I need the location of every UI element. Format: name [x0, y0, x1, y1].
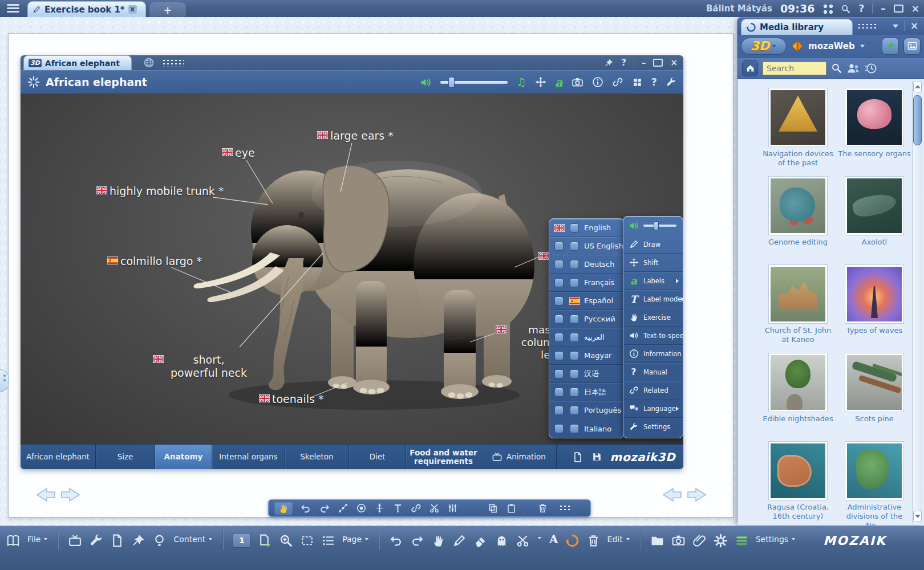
add-page-icon[interactable]: [258, 534, 272, 548]
content-menu[interactable]: Content: [173, 535, 213, 544]
checkbox[interactable]: [570, 223, 579, 233]
apps-grid-icon[interactable]: [822, 3, 833, 14]
view-mode-button[interactable]: [903, 38, 921, 55]
tab-skeleton[interactable]: Skeleton: [285, 445, 349, 469]
media-item[interactable]: Axolotl: [845, 176, 904, 247]
menu-item-manual[interactable]: ? Manual: [623, 363, 683, 381]
menu-item-language-chinese[interactable]: 汉语: [549, 365, 624, 383]
copy-icon[interactable]: [488, 503, 499, 514]
tools-icon[interactable]: [89, 534, 103, 548]
attachment-icon[interactable]: [692, 534, 707, 548]
close-panel-icon[interactable]: ×: [910, 21, 918, 31]
record-icon[interactable]: [356, 503, 367, 514]
checkbox[interactable]: [554, 351, 564, 360]
drag-grip-icon[interactable]: [857, 23, 878, 31]
pin-window-icon[interactable]: [604, 58, 614, 68]
layout-toggle-icon[interactable]: [735, 534, 749, 548]
point-path-icon[interactable]: [338, 503, 348, 514]
link-icon[interactable]: [411, 503, 422, 514]
menu-item-language-arabic[interactable]: العربية: [549, 328, 624, 347]
tab-anatomy[interactable]: Anatomy: [155, 445, 212, 469]
text-tool-icon[interactable]: A: [549, 532, 558, 546]
label-toenails[interactable]: toenails *: [259, 393, 323, 405]
menu-item-text-to-speech[interactable]: Text-to-speech: [623, 327, 683, 345]
checkbox[interactable]: [570, 333, 579, 342]
pin-panel-button[interactable]: [882, 38, 899, 55]
settings-wrench-icon[interactable]: [666, 77, 676, 88]
checkbox[interactable]: [554, 388, 564, 397]
checkbox[interactable]: [570, 406, 579, 415]
label-trunk[interactable]: highly mobile trunk *: [96, 185, 224, 197]
menu-item-draw[interactable]: Draw: [623, 235, 683, 254]
volume-slider[interactable]: [440, 81, 508, 84]
menu-item-exercise[interactable]: Exercise: [623, 308, 683, 327]
drag-grip-icon[interactable]: [559, 504, 570, 512]
trash-icon[interactable]: [537, 503, 548, 514]
label-neck[interactable]: short, powerful neck: [153, 353, 252, 380]
page-number-box[interactable]: 1: [233, 533, 251, 548]
checkbox[interactable]: [570, 424, 579, 433]
menu-item-language-japanese[interactable]: 日本語: [549, 383, 624, 401]
snip-icon[interactable]: [300, 534, 314, 548]
search-icon[interactable]: [841, 4, 850, 14]
source-dropdown-icon[interactable]: [860, 44, 865, 47]
close-tab-icon[interactable]: x: [128, 5, 137, 14]
pen-options-dropdown[interactable]: [537, 536, 542, 540]
adjust-levels-icon[interactable]: [447, 503, 458, 514]
paste-icon[interactable]: [506, 503, 517, 514]
community-icon[interactable]: [846, 62, 860, 75]
search-icon[interactable]: [831, 63, 842, 74]
menu-item-language-portugues[interactable]: Português: [549, 401, 624, 420]
checkbox[interactable]: [554, 369, 564, 378]
next-page-arrow[interactable]: [686, 486, 708, 503]
menu-item-language-russian[interactable]: Русский: [549, 310, 624, 328]
menu-item-label-mode[interactable]: T Label mode: [623, 290, 683, 308]
redo-icon[interactable]: [410, 534, 424, 548]
menu-item-language-espanol[interactable]: Español: [549, 292, 624, 310]
scroll-up-button[interactable]: [913, 81, 922, 92]
scrollbar-thumb[interactable]: [913, 95, 922, 145]
media-item[interactable]: Church of St. John at Kaneo: [768, 264, 828, 344]
page-menu[interactable]: Page: [342, 535, 370, 544]
media-library-scrollbar[interactable]: [912, 80, 922, 524]
related-icon[interactable]: [612, 76, 623, 88]
checkbox[interactable]: [570, 388, 579, 397]
music-icon[interactable]: ♫: [516, 76, 526, 88]
info-icon[interactable]: [592, 76, 603, 88]
menu-item-language-us-english[interactable]: US English: [549, 237, 624, 255]
collapse-panel-icon[interactable]: [893, 25, 898, 28]
settings-menu[interactable]: Settings: [756, 535, 796, 544]
viewer-tab[interactable]: 3D African elephant: [23, 55, 132, 70]
checkbox[interactable]: [554, 315, 564, 324]
checkbox[interactable]: [570, 260, 579, 269]
media-item[interactable]: Edible nightshades: [768, 353, 828, 424]
labels-icon[interactable]: a: [555, 75, 563, 89]
menu-item-information[interactable]: Information: [623, 345, 683, 363]
media-item[interactable]: Genome editing: [768, 176, 828, 247]
maximize-window-icon[interactable]: [653, 59, 663, 67]
sound-icon[interactable]: [420, 76, 432, 88]
scroll-down-button[interactable]: [913, 511, 922, 522]
ghost-eraser-icon[interactable]: [495, 534, 509, 548]
hand-tool-icon[interactable]: [431, 534, 445, 548]
close-icon[interactable]: ×: [911, 4, 919, 14]
highlighter-icon[interactable]: [473, 534, 488, 548]
move-icon[interactable]: [535, 76, 546, 88]
checkbox[interactable]: [570, 315, 579, 324]
file-menu[interactable]: File: [27, 535, 48, 544]
menu-item-language-francais[interactable]: Français: [549, 274, 624, 292]
prev-page-arrow[interactable]: [34, 486, 57, 503]
label-large-ears[interactable]: large ears *: [317, 129, 394, 142]
lamp-icon[interactable]: [152, 534, 167, 548]
checkbox[interactable]: [570, 242, 579, 251]
tab-diet[interactable]: Diet: [349, 445, 406, 469]
media-item[interactable]: Navigation devices of the past: [768, 88, 828, 168]
book-icon[interactable]: [6, 534, 21, 548]
menu-item-language[interactable]: Language: [623, 400, 683, 418]
next-page-arrow[interactable]: [59, 486, 82, 503]
label-tusk[interactable]: colmillo largo *: [107, 255, 202, 267]
text-pin-icon[interactable]: [392, 503, 403, 514]
checkbox[interactable]: [554, 333, 564, 342]
pen-tool-icon[interactable]: [452, 534, 467, 548]
cut-icon[interactable]: [429, 503, 440, 514]
